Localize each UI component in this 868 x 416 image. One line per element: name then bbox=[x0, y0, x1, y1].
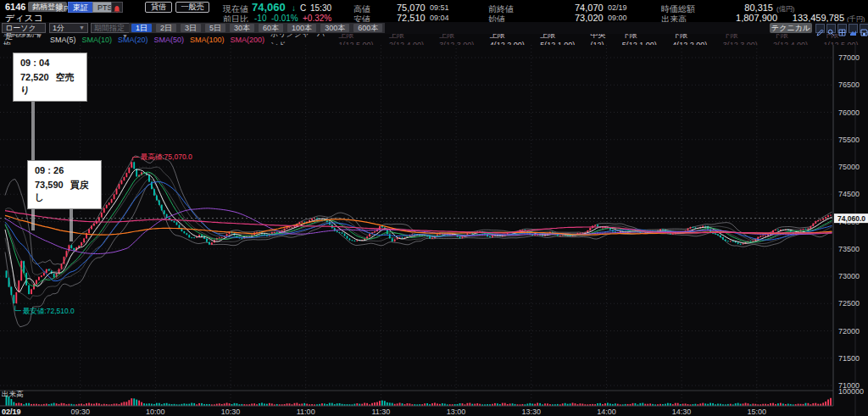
sma-legend-item: SMA(10) bbox=[81, 36, 112, 44]
save-icon[interactable] bbox=[860, 24, 868, 33]
grid-icon[interactable] bbox=[837, 24, 847, 33]
svg-text:77000: 77000 bbox=[838, 53, 860, 62]
svg-text:13:00: 13:00 bbox=[447, 408, 466, 416]
pencil-icon[interactable] bbox=[815, 24, 825, 33]
indicator-legend: 単純移動平均SMA(5)SMA(10)SMA(20)SMA(50)SMA(100… bbox=[0, 34, 868, 45]
period-button-1日[interactable]: 1日 bbox=[131, 24, 152, 32]
bollinger-legend-item: 下限1(12,5.00) bbox=[824, 34, 868, 45]
bollinger-legend-item: 中央(12) bbox=[591, 34, 616, 45]
loan-trade-button[interactable]: 貸借 bbox=[145, 2, 172, 13]
period-button-600本[interactable]: 600本 bbox=[353, 24, 382, 32]
trade-annotation-buy-back: 09 : 26 73,590買戻し bbox=[27, 160, 102, 209]
prev-close-value: 74,070 bbox=[575, 3, 604, 13]
period-button-300本[interactable]: 300本 bbox=[320, 24, 349, 32]
svg-text:10:00: 10:00 bbox=[146, 408, 165, 416]
svg-text:最高値:75,070.0: 最高値:75,070.0 bbox=[141, 153, 192, 161]
svg-text:74,060.0: 74,060.0 bbox=[837, 214, 865, 223]
high-time: 09:51 bbox=[430, 3, 449, 12]
chart-toolbar: ローソク足▼ 1分▼ 期間指定▼ 1日2日3日5日30本60本100本300本6… bbox=[0, 22, 868, 34]
svg-text:75500: 75500 bbox=[838, 136, 860, 144]
alert-bell-icon[interactable] bbox=[111, 2, 123, 13]
period-button-5日[interactable]: 5日 bbox=[205, 24, 225, 32]
market-cap-value: 80,315 bbox=[712, 3, 773, 13]
bollinger-legend-item: 上限1(12,5.00) bbox=[338, 34, 382, 45]
svg-text:14:00: 14:00 bbox=[597, 408, 616, 416]
technical-button[interactable]: テクニカル bbox=[770, 23, 812, 33]
stock-code: 6146 bbox=[5, 2, 25, 12]
high-value: 75,070 bbox=[397, 3, 426, 13]
bollinger-legend-item: 下限4(12,2.00) bbox=[672, 34, 716, 45]
stock-chart-window: 6146 ディスコ 銘柄登録 東P 東証 PTS 貸借 一般売 現在値 74,0… bbox=[0, 0, 868, 416]
bollinger-legend-item: 下限2(12,4.00) bbox=[773, 34, 817, 45]
svg-text:100000: 100000 bbox=[838, 387, 864, 396]
bollinger-legend-item: 下限5(12,1.00) bbox=[622, 34, 666, 45]
quote-header: 6146 ディスコ 銘柄登録 東P 東証 PTS 貸借 一般売 現在値 74,0… bbox=[0, 0, 868, 22]
general-sell-button[interactable]: 一般売 bbox=[175, 2, 209, 13]
period-button-2日[interactable]: 2日 bbox=[156, 24, 176, 32]
annotation-price: 73,590 bbox=[35, 180, 64, 190]
svg-text:出来高: 出来高 bbox=[2, 390, 24, 398]
annotation-time: 09 : 04 bbox=[20, 58, 80, 68]
chart-type-select[interactable]: ローソク足▼ bbox=[2, 23, 46, 33]
area-chart-icon[interactable] bbox=[849, 24, 858, 33]
prev-close-date: 02/19 bbox=[608, 3, 627, 12]
svg-text:76500: 76500 bbox=[838, 80, 860, 89]
svg-text:73000: 73000 bbox=[838, 272, 860, 280]
chevron-down-icon: ▼ bbox=[79, 24, 85, 32]
bollinger-legend-item: 上限2(12,4.00) bbox=[389, 34, 433, 45]
svg-text:72000: 72000 bbox=[838, 327, 860, 336]
low-time: 09:04 bbox=[430, 14, 449, 22]
market-section-label: 東P bbox=[56, 3, 69, 14]
svg-text:13:30: 13:30 bbox=[521, 408, 541, 416]
bollinger-legend-item: 上限4(12,2.00) bbox=[490, 34, 534, 45]
bollinger-legend-item: 上限3(12,3.00) bbox=[439, 34, 483, 45]
annotation-price: 72,520 bbox=[20, 72, 49, 82]
svg-text:11:30: 11:30 bbox=[371, 408, 390, 416]
sma-legend-title: 単純移動平均 bbox=[3, 34, 44, 45]
open-time: 09:00 bbox=[608, 14, 627, 22]
quote-time: 15:30 bbox=[310, 3, 331, 13]
svg-text:74500: 74500 bbox=[838, 190, 860, 198]
close-flag: C bbox=[300, 3, 306, 13]
magnifier-icon[interactable] bbox=[826, 24, 836, 33]
current-price-value: 74,060 bbox=[252, 1, 286, 14]
chart-canvas[interactable]: 7700076500760007550075000745007400073500… bbox=[0, 45, 868, 416]
svg-text:最安値:72,510.0: 最安値:72,510.0 bbox=[23, 307, 75, 315]
svg-text:73500: 73500 bbox=[838, 245, 860, 253]
svg-text:72500: 72500 bbox=[838, 299, 860, 308]
svg-text:10:30: 10:30 bbox=[221, 408, 241, 416]
exchange-tab-tse[interactable]: 東証 bbox=[68, 2, 93, 13]
sma-legend-item: SMA(20) bbox=[118, 36, 148, 44]
period-button-60本[interactable]: 60本 bbox=[259, 24, 283, 32]
sma-legend-item: SMA(100) bbox=[190, 36, 225, 44]
svg-text:09:30: 09:30 bbox=[70, 408, 90, 416]
svg-text:15:00: 15:00 bbox=[748, 408, 767, 416]
period-range-select[interactable]: 期間指定▼ bbox=[91, 23, 131, 33]
trade-annotation-short-sell: 09 : 04 72,520空売り bbox=[13, 53, 87, 102]
period-button-30本[interactable]: 30本 bbox=[230, 24, 254, 32]
svg-text:75000: 75000 bbox=[838, 163, 860, 171]
down-arrow-icon: ↓ bbox=[292, 3, 296, 13]
price-volume-chart: 7700076500760007550075000745007400073500… bbox=[0, 45, 868, 416]
sma-legend-item: SMA(50) bbox=[154, 36, 185, 44]
svg-text:11:00: 11:00 bbox=[297, 408, 315, 416]
interval-select[interactable]: 1分▼ bbox=[49, 23, 88, 33]
annotation-time: 09 : 26 bbox=[35, 165, 94, 175]
period-button-group: 1日2日3日5日30本60本100本300本600本 bbox=[129, 23, 385, 33]
period-button-100本[interactable]: 100本 bbox=[287, 24, 316, 32]
svg-text:76000: 76000 bbox=[838, 108, 860, 117]
bollinger-legend-item: 上限5(12,1.00) bbox=[540, 34, 584, 45]
bollinger-legend-title: ボリンジャーバンド bbox=[270, 34, 332, 45]
bollinger-legend-item: 下限3(12,3.00) bbox=[723, 34, 767, 45]
svg-text:71500: 71500 bbox=[838, 354, 860, 363]
sma-legend-item: SMA(5) bbox=[50, 36, 76, 44]
svg-text:02/19: 02/19 bbox=[2, 408, 21, 416]
svg-text:14:30: 14:30 bbox=[672, 408, 692, 416]
sma-legend-item: SMA(200) bbox=[231, 36, 265, 44]
period-button-3日[interactable]: 3日 bbox=[181, 24, 201, 32]
